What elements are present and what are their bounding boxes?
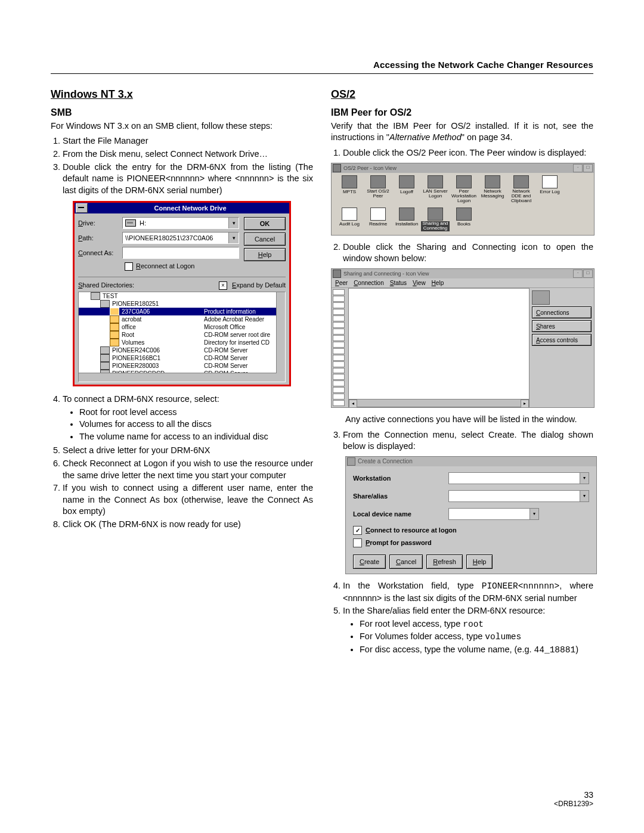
help-button[interactable]: Help <box>244 248 286 261</box>
folder-icon <box>110 308 119 315</box>
document-icon <box>333 315 345 321</box>
minimize-icon[interactable]: · <box>573 164 583 172</box>
app-icon <box>513 175 529 188</box>
icon-label: Books <box>457 222 470 227</box>
bullet: For disc access, type the volume name, (… <box>360 644 593 657</box>
share-field[interactable]: ▾ <box>448 490 589 502</box>
create-button[interactable]: Create <box>353 555 386 569</box>
window-icon[interactable] <box>347 457 355 466</box>
document-icon <box>333 387 345 393</box>
item-name: PIONEER166BC1 <box>112 354 204 363</box>
list-item[interactable]: TEST <box>79 292 285 300</box>
cancel-button[interactable]: Cancel <box>244 233 286 246</box>
peer-icon-peer-workstation-logon[interactable]: Peer Workstation Logon <box>450 175 478 204</box>
peer-icon-sharing-and-connecting[interactable]: Sharing and Connecting <box>421 208 450 231</box>
list-item[interactable]: PIONEER24C006CD-ROM Server <box>79 346 285 354</box>
chevron-down-icon[interactable]: ▾ <box>530 509 538 519</box>
peer-icon-logoff[interactable]: Logoff <box>392 175 421 204</box>
list-item[interactable]: acrobatAdobe Acrobat Reader <box>79 315 285 323</box>
os2-peer-window: OS/2 Peer - Icon View · □ MPTSStart OS/2… <box>331 163 595 236</box>
scrollbar-vertical[interactable] <box>276 292 285 382</box>
os2-steps: Double click the OS/2 Peer icon. The Pee… <box>331 147 593 159</box>
system-menu-icon[interactable] <box>76 203 88 213</box>
connections-button[interactable]: Connections <box>532 306 592 318</box>
expand-default[interactable]: × Expand by Default <box>219 281 286 290</box>
list-item[interactable]: VolumesDirectory for inserted CD <box>79 339 285 346</box>
scroll-right-icon[interactable]: ▸ <box>521 400 529 408</box>
peer-icon-lan-server-logon[interactable]: LAN Server Logon <box>421 175 450 204</box>
document-icon <box>333 342 345 348</box>
step-1: Start the File Manager <box>63 135 313 147</box>
panel-icon <box>532 290 550 305</box>
computer-icon <box>100 300 110 308</box>
path-label: Path: <box>78 234 122 243</box>
peer-icon-mpts[interactable]: MPTS <box>335 175 364 204</box>
scrollbar-horizontal[interactable] <box>79 373 277 382</box>
peer-icon-audit-log[interactable]: Audit Log <box>335 208 364 231</box>
prompt-password-checkbox[interactable] <box>353 538 362 547</box>
menu-peer[interactable]: Peer <box>335 279 348 287</box>
list-item[interactable]: 237C0A06Product information <box>79 308 285 315</box>
app-icon <box>399 208 414 221</box>
shared-directories-list[interactable]: TESTPIONEER180251237C0A06Product informa… <box>78 292 286 382</box>
right-column: OS/2 IBM Peer for OS/2 Verify that the I… <box>331 87 593 659</box>
drive-field[interactable]: H: <box>122 217 239 229</box>
app-icon <box>399 175 414 188</box>
connect-as-field[interactable] <box>122 247 239 259</box>
chevron-down-icon[interactable] <box>228 233 239 243</box>
icon-label: LAN Server Logon <box>421 189 450 199</box>
item-name: Root <box>122 331 204 339</box>
shares-button[interactable]: Shares <box>532 320 592 332</box>
window-icon[interactable] <box>333 270 341 278</box>
maximize-icon[interactable]: □ <box>583 164 593 172</box>
menu-status[interactable]: Status <box>390 279 407 287</box>
peer-icon-start-os-2-peer[interactable]: Start OS/2 Peer <box>364 175 392 204</box>
bullet: Volumes for access to all the discs <box>79 419 313 431</box>
refresh-button[interactable]: Refresh <box>426 555 463 569</box>
scrollbar-horizontal[interactable]: ◂ ▸ <box>349 399 529 407</box>
document-icon <box>333 374 345 380</box>
peer-icon-books[interactable]: Books <box>450 208 478 231</box>
doc-id: <DRB1239> <box>554 800 593 808</box>
icon-label: Audit Log <box>339 222 360 227</box>
peer-icon-network-dde-and-clipboard[interactable]: Network DDE and Clipboard <box>507 175 535 204</box>
path-field[interactable]: \\PIONEER180251\237C0A06 <box>122 232 239 244</box>
access-controls-button[interactable]: Access controls <box>532 334 592 346</box>
list-item[interactable]: RootCD-ROM server root dire <box>79 331 285 339</box>
menu-help[interactable]: Help <box>432 279 444 287</box>
connect-at-logon-checkbox[interactable]: ✓ <box>353 526 362 535</box>
document-icon <box>333 355 345 361</box>
peer-icon-installation[interactable]: Installation <box>392 208 421 231</box>
peer-icon-error-log[interactable]: Error Log <box>535 175 564 204</box>
item-name: PIONEER180251 <box>112 300 204 308</box>
window-icon[interactable] <box>333 164 341 172</box>
app-icon <box>485 175 500 188</box>
menu-view[interactable]: View <box>413 279 426 287</box>
ok-button[interactable]: OK <box>244 217 286 230</box>
peer-icon-readme[interactable]: Readme <box>364 208 392 231</box>
chevron-down-icon[interactable]: ▾ <box>580 491 589 501</box>
menu-connection[interactable]: Connection <box>354 279 384 287</box>
connect-as-label: Connect As: <box>78 249 122 258</box>
cancel-button[interactable]: Cancel <box>389 555 423 569</box>
chevron-down-icon[interactable] <box>228 218 239 228</box>
reconnect-checkbox[interactable] <box>125 262 133 271</box>
help-button[interactable]: Help <box>466 555 493 569</box>
list-item[interactable]: PIONEER166BC1CD-ROM Server <box>79 354 285 362</box>
local-device-field[interactable]: ▾ <box>448 508 539 520</box>
scroll-left-icon[interactable]: ◂ <box>349 400 357 408</box>
list-item[interactable]: officeMicrosoft Office <box>79 323 285 331</box>
list-item[interactable]: PIONEER280003CD-ROM Server <box>79 362 285 370</box>
item-name: 237C0A06 <box>122 308 204 316</box>
workstation-field[interactable]: ▾ <box>448 472 589 484</box>
minimize-icon[interactable]: · <box>573 270 583 278</box>
document-icon <box>333 361 345 367</box>
maximize-icon[interactable]: □ <box>583 270 593 278</box>
folder-icon <box>110 323 119 331</box>
peer-icon-network-messaging[interactable]: Network Messaging <box>478 175 507 204</box>
list-item[interactable]: PIONEER180251 <box>79 300 285 308</box>
prompt-password-label: Prompt for password <box>366 538 432 547</box>
chevron-down-icon[interactable]: ▾ <box>580 473 589 484</box>
icon-label: Network Messaging <box>478 189 507 199</box>
sharing-main-area[interactable]: ◂ ▸ <box>348 288 530 407</box>
